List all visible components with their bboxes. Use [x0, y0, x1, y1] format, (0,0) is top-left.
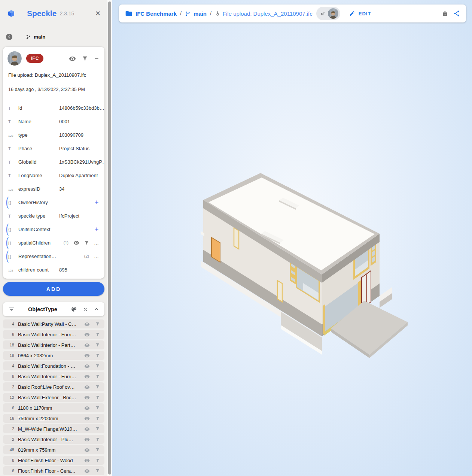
- objecttype-row[interactable]: 18 0864 x 2032mm: [3, 351, 104, 360]
- objecttype-row[interactable]: 8 Basic Wall:Interior - Furri…: [3, 372, 104, 381]
- property-row-phase[interactable]: Phase Project Status: [3, 142, 104, 155]
- filter-icon[interactable]: [95, 427, 100, 431]
- visibility-icon[interactable]: [84, 363, 90, 369]
- filter-icon[interactable]: [95, 374, 100, 379]
- add-button[interactable]: ADD: [3, 282, 104, 296]
- back-button[interactable]: [6, 34, 12, 40]
- visibility-icon[interactable]: [84, 416, 90, 421]
- property-row-representation[interactable]: Representation… (2) …: [3, 249, 104, 263]
- filter-icon[interactable]: [95, 416, 100, 421]
- visibility-icon[interactable]: [84, 426, 90, 432]
- text-type-icon: [8, 212, 16, 219]
- property-row-childrencount[interactable]: children count 895: [3, 263, 104, 276]
- visibility-icon[interactable]: [84, 405, 90, 411]
- property-row-longname[interactable]: LongName Duplex Apartment: [3, 169, 104, 182]
- objecttype-row[interactable]: 6 1180 x 1170mm: [3, 403, 104, 412]
- visibility-icon[interactable]: [84, 332, 90, 337]
- objecttype-row[interactable]: 4 Basic Wall:Party Wall - C…: [3, 319, 104, 328]
- row-label: 1180 x 1170mm: [18, 405, 52, 411]
- chevron-up-icon[interactable]: [94, 306, 99, 312]
- objecttype-row[interactable]: 16 750mm x 2200mm: [3, 414, 104, 423]
- property-label: children count: [18, 267, 49, 273]
- breadcrumb-stream-link[interactable]: IFC Benchmark: [135, 10, 177, 17]
- property-row-id[interactable]: id 14806b59c33bd3b…: [3, 101, 104, 115]
- filter-icon[interactable]: [95, 364, 100, 368]
- lock-icon: [442, 10, 448, 16]
- filter-icon[interactable]: [95, 332, 100, 337]
- commit-title: File upload: Duplex_A_20110907.ifc: [3, 66, 104, 78]
- objecttype-row[interactable]: 12 Basic Wall:Exterior - Bric…: [3, 393, 104, 402]
- objecttype-row[interactable]: 4 Basic Wall:Foundation - …: [3, 361, 104, 370]
- close-icon[interactable]: [83, 307, 88, 312]
- visibility-icon[interactable]: [84, 384, 90, 390]
- breadcrumb-commit-link[interactable]: File upload: Duplex_A_20110907.ifc: [223, 10, 313, 17]
- scrollbar-thumb[interactable]: [108, 1, 111, 475]
- visibility-icon[interactable]: [84, 374, 90, 379]
- property-value: 1xS3BCk291UvhgP…: [59, 159, 104, 165]
- objecttype-row[interactable]: 2 Basic Wall:Interior - Plu…: [3, 435, 104, 444]
- expand-plus-button[interactable]: +: [95, 199, 98, 206]
- property-row-expressid[interactable]: expressID 34: [3, 182, 104, 195]
- objecttype-list: 4 Basic Wall:Party Wall - C… 6 Basic Wal…: [0, 319, 107, 475]
- filter-icon[interactable]: [95, 458, 100, 463]
- objecttype-row[interactable]: 2 M_W-Wide Flange:W310…: [3, 424, 104, 433]
- visibility-icon[interactable]: [84, 321, 90, 327]
- objecttype-row[interactable]: 2 Basic Roof:Live Roof ov…: [3, 382, 104, 391]
- share-icon[interactable]: [453, 10, 460, 17]
- visibility-icon[interactable]: [84, 395, 90, 400]
- number-type-icon: [8, 266, 16, 273]
- visibility-icon[interactable]: [84, 353, 90, 358]
- visibility-icon[interactable]: [84, 342, 90, 348]
- property-row-ownerhistory[interactable]: OwnerHistory +: [3, 195, 104, 209]
- property-row-unitsincontext[interactable]: UnitsInContext +: [3, 222, 104, 236]
- visibility-icon[interactable]: [69, 55, 76, 62]
- filter-icon[interactable]: [82, 55, 88, 61]
- number-type-icon: [8, 185, 16, 192]
- filter-icon[interactable]: [95, 343, 100, 347]
- property-row-globalid[interactable]: GlobalId 1xS3BCk291UvhgP…: [3, 155, 104, 169]
- palette-icon[interactable]: [71, 306, 77, 312]
- commit-timestamp: 16 days ago , 3/13/2022, 3:37:35 PM: [3, 83, 104, 96]
- objecttype-row[interactable]: 18 Basic Wall:Interior - Part…: [3, 340, 104, 349]
- viewer-canvas[interactable]: IFC Benchmark / main / File upload: Dupl…: [112, 0, 472, 476]
- objecttype-row[interactable]: 6 Floor:Finish Floor - Cera…: [3, 466, 104, 475]
- filter-icon[interactable]: [84, 240, 89, 245]
- visibility-icon[interactable]: [73, 240, 79, 246]
- sidebar-header: Speckle 2.3.15 ✕: [0, 0, 107, 27]
- visibility-icon[interactable]: [84, 468, 90, 474]
- property-row-type[interactable]: type 103090709: [3, 128, 104, 142]
- edit-button[interactable]: EDIT: [349, 10, 371, 16]
- filter-icon[interactable]: [95, 448, 100, 452]
- commit-card: IFC File upload: Duplex_A_20110907.ifc 1…: [3, 47, 104, 279]
- filter-icon[interactable]: [95, 469, 100, 473]
- minimize-icon[interactable]: [94, 56, 99, 61]
- close-icon[interactable]: ✕: [95, 10, 101, 17]
- breadcrumb-branch-link[interactable]: main: [194, 10, 207, 17]
- received-by-chip[interactable]: [316, 7, 340, 20]
- more-menu-button[interactable]: …: [94, 254, 99, 259]
- filter-icon[interactable]: [95, 385, 100, 389]
- filter-icon[interactable]: [95, 322, 100, 326]
- visibility-icon[interactable]: [84, 458, 90, 463]
- property-row-name[interactable]: Name 0001: [3, 115, 104, 128]
- objecttype-row[interactable]: 48 819mm x 759mm: [3, 445, 104, 454]
- speckle-logo-icon: [7, 9, 16, 18]
- filter-icon[interactable]: [95, 437, 100, 442]
- property-row-spatialchildren[interactable]: spatialChildren (1) …: [3, 236, 104, 249]
- expand-plus-button[interactable]: +: [95, 226, 98, 233]
- edit-label: EDIT: [359, 11, 371, 16]
- visibility-icon[interactable]: [84, 437, 90, 442]
- filter-icon[interactable]: [95, 395, 100, 400]
- filter-icon[interactable]: [95, 353, 100, 358]
- branch-selector[interactable]: main: [26, 34, 46, 40]
- property-label: Phase: [18, 146, 32, 151]
- objecttype-row[interactable]: 8 Floor:Finish Floor - Wood: [3, 456, 104, 465]
- visibility-icon[interactable]: [84, 447, 90, 453]
- property-row-speckletype[interactable]: speckle type IfcProject: [3, 209, 104, 222]
- speckle-sidebar: Speckle 2.3.15 ✕ main: [0, 0, 107, 476]
- property-value: 895: [59, 267, 67, 273]
- row-label: M_W-Wide Flange:W310…: [18, 426, 77, 432]
- filter-icon[interactable]: [95, 406, 100, 410]
- more-menu-button[interactable]: …: [94, 240, 99, 246]
- objecttype-row[interactable]: 6 Basic Wall:Interior - Furri…: [3, 330, 104, 339]
